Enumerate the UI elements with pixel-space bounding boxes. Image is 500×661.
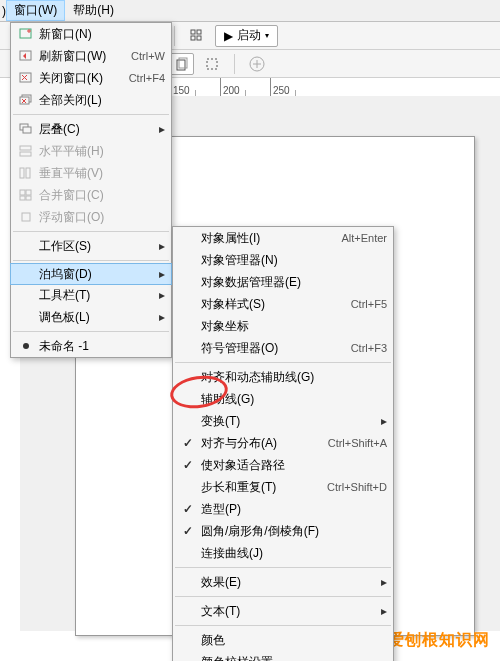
menu-object-coordinates[interactable]: 对象坐标 — [173, 315, 393, 337]
menubar: ) 窗口(W) 帮助(H) — [0, 0, 500, 22]
menu-label: 浮动窗口(O) — [39, 209, 165, 226]
menu-window[interactable]: 窗口(W) — [6, 0, 65, 21]
svg-rect-6 — [207, 59, 217, 69]
menu-label: 对齐与分布(A) — [201, 435, 328, 452]
menu-label: 步长和重复(T) — [201, 479, 327, 496]
menu-shortcut: Alt+Enter — [341, 232, 387, 244]
svg-rect-27 — [20, 190, 25, 195]
menu-toolbars[interactable]: 工具栏(T) ▸ — [11, 284, 171, 306]
menu-label: 使对象适合路径 — [201, 457, 387, 474]
menu-palettes[interactable]: 调色板(L) ▸ — [11, 306, 171, 328]
v-tile-icon — [17, 165, 35, 181]
checkmark-icon: ✓ — [179, 501, 197, 517]
new-window-icon — [17, 26, 35, 42]
menu-label: 未命名 -1 — [39, 338, 165, 355]
submenu-arrow-icon: ▸ — [379, 575, 387, 589]
menu-transform[interactable]: 变换(T) ▸ — [173, 410, 393, 432]
page-orientation-icon[interactable] — [170, 53, 194, 75]
menu-shortcut: Ctrl+W — [131, 50, 165, 62]
menu-label: 对齐和动态辅助线(G) — [201, 369, 387, 386]
svg-rect-30 — [26, 196, 31, 200]
submenu-arrow-icon: ▸ — [379, 414, 387, 428]
menu-shortcut: Ctrl+F5 — [351, 298, 387, 310]
svg-rect-24 — [20, 152, 31, 156]
menu-dockers[interactable]: 泊坞窗(D) ▸ — [10, 263, 172, 285]
menu-label: 对象样式(S) — [201, 296, 351, 313]
menu-symbol-manager[interactable]: 符号管理器(O) Ctrl+F3 — [173, 337, 393, 359]
menu-label: 垂直平铺(V) — [39, 165, 165, 182]
menu-label: 调色板(L) — [39, 309, 157, 326]
menu-guidelines[interactable]: 辅助线(G) — [173, 388, 393, 410]
dockers-submenu: 对象属性(I) Alt+Enter 对象管理器(N) 对象数据管理器(E) 对象… — [172, 226, 394, 661]
close-window-icon — [17, 70, 35, 86]
submenu-arrow-icon: ▸ — [157, 239, 165, 253]
svg-rect-23 — [20, 146, 31, 150]
menu-shortcut: Ctrl+F4 — [129, 72, 165, 84]
ruler-tick: 150 — [173, 85, 190, 96]
menu-object-data-manager[interactable]: 对象数据管理器(E) — [173, 271, 393, 293]
menu-align-distribute[interactable]: ✓ 对齐与分布(A) Ctrl+Shift+A — [173, 432, 393, 454]
menu-label: 对象属性(I) — [201, 230, 341, 247]
menu-label: 层叠(C) — [39, 121, 157, 138]
bullet-icon — [17, 338, 35, 354]
menu-separator — [13, 260, 169, 261]
menu-fit-path[interactable]: ✓ 使对象适合路径 — [173, 454, 393, 476]
menu-align-guides[interactable]: 对齐和动态辅助线(G) — [173, 366, 393, 388]
play-icon: ▶ — [224, 29, 233, 43]
menu-separator — [13, 331, 169, 332]
menu-separator — [175, 596, 391, 597]
menu-shortcut: Ctrl+F3 — [351, 342, 387, 354]
grid-icon[interactable] — [185, 25, 209, 47]
menu-label: 对象管理器(N) — [201, 252, 387, 269]
menu-label: 辅助线(G) — [201, 391, 387, 408]
checkmark-icon: ✓ — [179, 457, 197, 473]
menu-connect-curves[interactable]: 连接曲线(J) — [173, 542, 393, 564]
menu-step-repeat[interactable]: 步长和重复(T) Ctrl+Shift+D — [173, 476, 393, 498]
menu-label: 水平平铺(H) — [39, 143, 165, 160]
menu-color[interactable]: 颜色 — [173, 629, 393, 651]
menu-shaping[interactable]: ✓ 造型(P) — [173, 498, 393, 520]
menu-object-manager[interactable]: 对象管理器(N) — [173, 249, 393, 271]
menu-fillet[interactable]: ✓ 圆角/扇形角/倒棱角(F) — [173, 520, 393, 542]
toolbar-separator — [174, 26, 175, 46]
menu-label: 刷新窗口(W) — [39, 48, 131, 65]
svg-rect-29 — [20, 196, 25, 200]
ruler-tick: 250 — [273, 85, 290, 96]
menu-effects[interactable]: 效果(E) ▸ — [173, 571, 393, 593]
refresh-icon — [17, 48, 35, 64]
add-icon[interactable] — [245, 53, 269, 75]
menu-object-properties[interactable]: 对象属性(I) Alt+Enter — [173, 227, 393, 249]
menu-refresh-window[interactable]: 刷新窗口(W) Ctrl+W — [11, 45, 171, 67]
toolbar-separator — [234, 54, 235, 74]
menu-label: 合并窗口(C) — [39, 187, 165, 204]
menu-close-window[interactable]: 关闭窗口(K) Ctrl+F4 — [11, 67, 171, 89]
menu-separator — [175, 567, 391, 568]
menu-color-proof[interactable]: 颜色校样设置 — [173, 651, 393, 661]
menu-merge-window: 合并窗口(C) — [11, 184, 171, 206]
menu-label: 工具栏(T) — [39, 287, 157, 304]
h-tile-icon — [17, 143, 35, 159]
menu-document-unnamed[interactable]: 未命名 -1 — [11, 335, 171, 357]
menu-help[interactable]: 帮助(H) — [65, 0, 122, 21]
menu-new-window[interactable]: 新窗口(N) — [11, 23, 171, 45]
menu-object-styles[interactable]: 对象样式(S) Ctrl+F5 — [173, 293, 393, 315]
snap-icon[interactable] — [200, 53, 224, 75]
menu-text[interactable]: 文本(T) ▸ — [173, 600, 393, 622]
menu-label: 新窗口(N) — [39, 26, 165, 43]
menu-horizontal-tile: 水平平铺(H) — [11, 140, 171, 162]
submenu-arrow-icon: ▸ — [157, 288, 165, 302]
menu-label: 文本(T) — [201, 603, 379, 620]
menu-label: 关闭窗口(K) — [39, 70, 129, 87]
menu-label: 泊坞窗(D) — [39, 266, 157, 283]
launch-button[interactable]: ▶ 启动 ▾ — [215, 25, 278, 47]
menu-label: 对象坐标 — [201, 318, 387, 335]
menu-label: 全部关闭(L) — [39, 92, 165, 109]
menu-shortcut: Ctrl+Shift+A — [328, 437, 387, 449]
menu-cascade[interactable]: 层叠(C) ▸ — [11, 118, 171, 140]
close-all-icon — [17, 92, 35, 108]
submenu-arrow-icon: ▸ — [157, 122, 165, 136]
menu-close-all[interactable]: 全部关闭(L) — [11, 89, 171, 111]
ruler-tick: 200 — [223, 85, 240, 96]
menu-shortcut: Ctrl+Shift+D — [327, 481, 387, 493]
menu-workspace[interactable]: 工作区(S) ▸ — [11, 235, 171, 257]
